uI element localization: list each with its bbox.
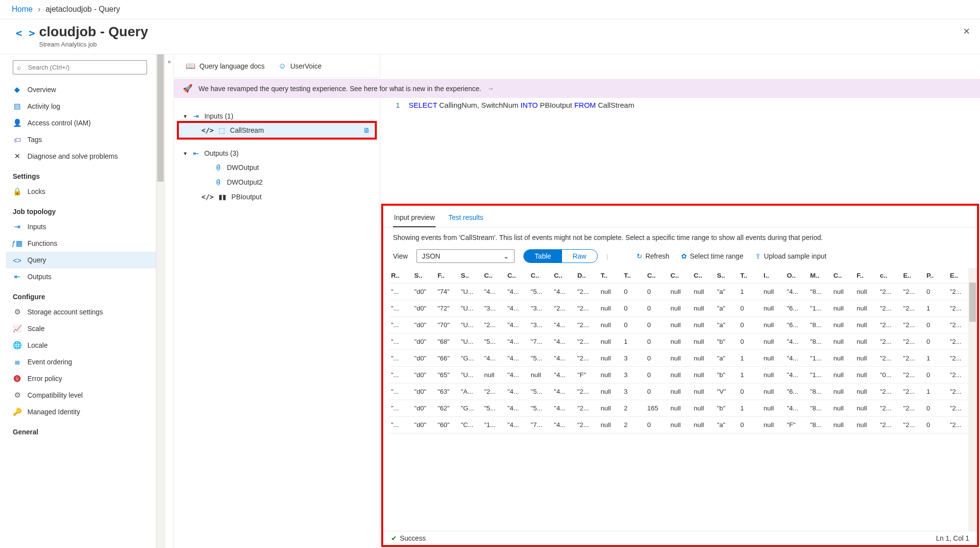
upload-button[interactable]: ⇪Upload sample input (755, 252, 827, 260)
nav-activity-log[interactable]: ▤Activity log (6, 98, 156, 115)
table-header-cell[interactable]: R.. (389, 268, 413, 284)
table-header-cell[interactable]: C.. (645, 268, 669, 284)
table-cell: "3... (529, 317, 552, 334)
table-header-cell[interactable]: P.. (925, 268, 948, 284)
table-cell: "2... (878, 400, 902, 417)
nav-inputs[interactable]: ⇥Inputs (6, 218, 156, 235)
tab-test-results[interactable]: Test results (447, 211, 484, 227)
nav-functions[interactable]: ƒ▦Functions (6, 235, 156, 252)
table-cell: 0 (645, 350, 669, 367)
scale-icon: 📈 (13, 324, 22, 333)
table-cell: "63" (436, 383, 459, 400)
table-row[interactable]: "..."d0""68""U..."5..."4..."7..."4..."2.… (389, 334, 971, 350)
table-header-cell[interactable]: C.. (529, 268, 552, 284)
table-header-cell[interactable]: F.. (436, 268, 459, 284)
table-row[interactable]: "..."d0""74""U..."4..."4..."5..."4..."2.… (389, 284, 971, 300)
table-cell: null (668, 350, 692, 367)
table-header-cell[interactable]: T.. (599, 268, 622, 284)
nav-label: Inputs (27, 223, 46, 231)
close-icon[interactable]: ✕ (963, 26, 970, 37)
query-docs-button[interactable]: 📖Query language docs (186, 61, 265, 71)
nav-heading-general: General (6, 420, 156, 439)
view-dropdown[interactable]: JSON⌄ (416, 249, 514, 263)
table-header-cell[interactable]: S.. (715, 268, 738, 284)
table-header-cell[interactable]: M.. (808, 268, 832, 284)
table-cell: 0 (645, 417, 669, 433)
document-icon[interactable]: 🗎 (363, 126, 370, 134)
tree-output-dwoutput[interactable]: 🛢DWOutput (179, 160, 375, 175)
nav-locale[interactable]: 🌐Locale (6, 337, 156, 354)
nav-locks[interactable]: 🔒Locks (6, 183, 156, 200)
table-header-cell[interactable]: C.. (668, 268, 692, 284)
nav-storage[interactable]: ⚙Storage account settings (6, 304, 156, 320)
overview-icon: ◆ (13, 85, 22, 94)
nav-ordering[interactable]: ≣Event ordering (6, 354, 156, 370)
nav-scrollbar[interactable] (156, 54, 165, 548)
table-header-cell[interactable]: C.. (552, 268, 576, 284)
tree-output-pbioutput[interactable]: </>▮▮PBIoutput (179, 190, 375, 204)
nav-access-control[interactable]: 👤Access control (IAM) (6, 115, 156, 131)
nav-query[interactable]: <>Query (6, 252, 156, 268)
query-editor[interactable]: 1 SELECT CallingNum, SwitchNum INTO PBIo… (380, 96, 980, 204)
table-header-cell[interactable]: C.. (832, 268, 855, 284)
nav-overview[interactable]: ◆Overview (6, 81, 156, 98)
table-header-cell[interactable]: T.. (738, 268, 762, 284)
table-row[interactable]: "..."d0""60""C..."1..."4..."7..."4..."2.… (389, 417, 971, 433)
nav-error[interactable]: ⓿Error policy (6, 370, 156, 387)
table-header-cell[interactable]: C.. (692, 268, 715, 284)
table-cell: "G... (459, 350, 483, 367)
nav-label: Diagnose and solve problems (27, 152, 118, 160)
tree-input-callstream[interactable]: </> ⬚ CallStream 🗎 (179, 123, 375, 138)
table-header-cell[interactable]: F.. (855, 268, 878, 284)
table-cell: "5... (482, 400, 506, 417)
table-row[interactable]: "..."d0""62""G..."5..."4..."5..."4..."2.… (389, 400, 971, 417)
table-row[interactable]: "..."d0""72""U..."3..."4..."3..."2..."2.… (389, 300, 971, 317)
breadcrumb-home[interactable]: Home (12, 5, 33, 13)
nav-tags[interactable]: 🏷Tags (6, 131, 156, 148)
nav-diagnose[interactable]: ✕Diagnose and solve problems (6, 148, 156, 165)
nav-identity[interactable]: 🔑Managed Identity (6, 404, 156, 420)
table-header-cell[interactable]: E.. (948, 268, 971, 284)
table-header-cell[interactable]: S.. (459, 268, 483, 284)
scrollbar-thumb[interactable] (969, 283, 976, 322)
table-cell: null (599, 284, 622, 300)
segment-raw[interactable]: Raw (562, 250, 597, 262)
tab-input-preview[interactable]: Input preview (393, 211, 436, 227)
table-cell: "... (389, 383, 413, 400)
table-cell: "4... (506, 300, 529, 317)
database-icon: 🛢 (215, 164, 222, 171)
tree-inputs-group[interactable]: ▼⇥Inputs (1) (179, 109, 375, 123)
table-header-cell[interactable]: I.. (761, 268, 785, 284)
uservoice-button[interactable]: ☺UserVoice (278, 61, 321, 71)
table-cell: null (855, 317, 878, 334)
tree-outputs-group[interactable]: ▼⇤Outputs (3) (179, 146, 375, 160)
nav-scale[interactable]: 📈Scale (6, 320, 156, 337)
table-cell: "3... (529, 300, 552, 317)
table-cell: "F" (785, 417, 808, 433)
table-header-cell[interactable]: E.. (901, 268, 925, 284)
tree-output-dwoutput2[interactable]: 🛢DWOutput2 (179, 175, 375, 190)
table-header-cell[interactable]: S.. (413, 268, 436, 284)
info-banner[interactable]: 🚀 We have revamped the query testing exp… (174, 79, 980, 98)
timerange-button[interactable]: ✿Select time range (681, 252, 743, 260)
table-header-cell[interactable]: O.. (785, 268, 808, 284)
table-row[interactable]: "..."d0""70""U..."2..."4..."3..."4..."2.… (389, 317, 971, 334)
table-header-cell[interactable]: C.. (506, 268, 529, 284)
table-row[interactable]: "..."d0""65""U...null"4...null"4..."F"nu… (389, 367, 971, 383)
refresh-button[interactable]: ↻Refresh (637, 252, 669, 260)
segment-table[interactable]: Table (524, 250, 562, 262)
table-header-cell[interactable]: C.. (482, 268, 506, 284)
search-input[interactable] (13, 60, 147, 74)
table-header-cell[interactable]: T.. (622, 268, 645, 284)
nav-collapse-button[interactable]: « (165, 54, 173, 548)
table-header-cell[interactable]: D.. (575, 268, 599, 284)
nav-outputs[interactable]: ⇤Outputs (6, 268, 156, 285)
gear-icon: ✿ (681, 252, 687, 260)
table-row[interactable]: "..."d0""66""G..."4..."4..."5..."4..."2.… (389, 350, 971, 367)
table-scrollbar[interactable] (968, 268, 977, 531)
table-cell: null (855, 400, 878, 417)
scrollbar-thumb[interactable] (157, 54, 164, 182)
table-header-cell[interactable]: c.. (878, 268, 902, 284)
nav-compat[interactable]: ⚙Compatibility level (6, 387, 156, 404)
table-row[interactable]: "..."d0""63""A..."2..."4..."5..."4..."2.… (389, 383, 971, 400)
